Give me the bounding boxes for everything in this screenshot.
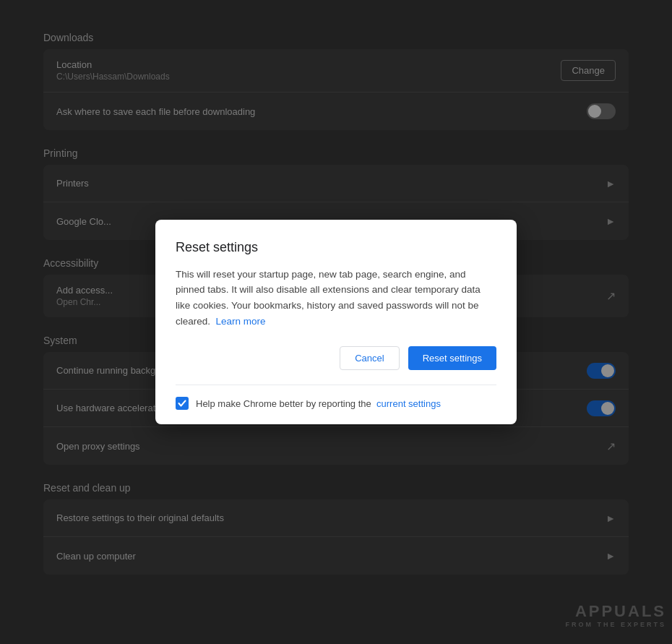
dialog-footer: Help make Chrome better by reporting the… [176,385,496,410]
settings-background: Downloads Location C:\Users\Hassam\Downl… [0,0,672,644]
report-settings-checkbox[interactable] [176,397,189,410]
modal-overlay: Reset settings This will reset your star… [0,0,672,644]
current-settings-link[interactable]: current settings [376,398,441,409]
footer-static-text: Help make Chrome better by reporting the [196,398,371,409]
dialog-body: This will reset your startup page, new t… [176,267,496,329]
dialog-actions: Cancel Reset settings [176,346,496,370]
cancel-button[interactable]: Cancel [340,346,399,370]
reset-settings-button[interactable]: Reset settings [408,346,496,370]
dialog-title: Reset settings [176,240,496,255]
dialog-footer-text: Help make Chrome better by reporting the… [196,398,441,409]
learn-more-link[interactable]: Learn more [216,316,266,327]
checkmark-icon [178,399,186,408]
reset-settings-dialog: Reset settings This will reset your star… [155,220,517,424]
